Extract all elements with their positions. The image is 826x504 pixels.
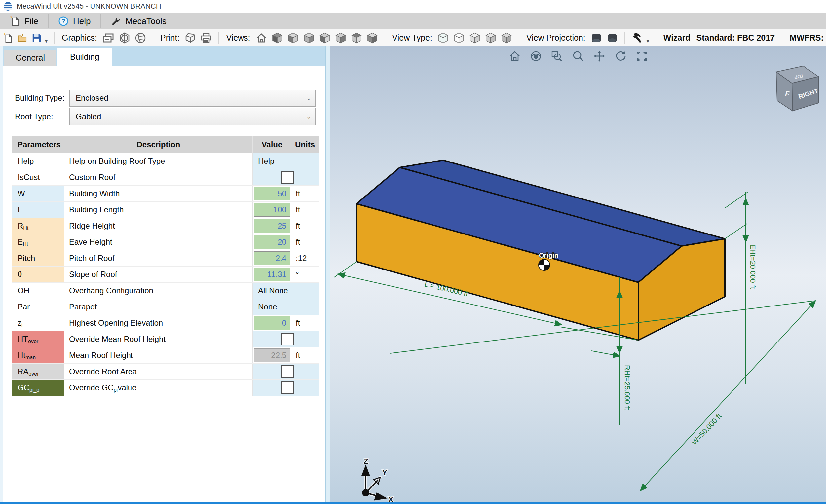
tab-general[interactable]: General bbox=[4, 50, 57, 66]
save-dropdown-caret[interactable]: ▾ bbox=[45, 38, 48, 44]
wire-sphere-icon bbox=[119, 33, 130, 44]
viewport-zoom-button[interactable] bbox=[572, 50, 585, 62]
open-file-button[interactable] bbox=[16, 33, 28, 43]
param-subscript: pi_o bbox=[30, 387, 39, 393]
projection-perspective-button[interactable] bbox=[606, 32, 618, 44]
view-type-rendered-button[interactable] bbox=[500, 32, 513, 44]
table-row-l: L Building Length 100 ft bbox=[11, 202, 319, 218]
custom-roof-checkbox[interactable] bbox=[281, 171, 294, 184]
menu-file[interactable]: * File bbox=[0, 13, 48, 29]
description-label: Building Width bbox=[69, 189, 120, 198]
parapet-cell[interactable]: None bbox=[253, 299, 319, 315]
viewport-home-button[interactable] bbox=[509, 50, 521, 62]
help-action-label: Help bbox=[258, 156, 274, 166]
roof-slope-input[interactable]: 11.31 bbox=[254, 267, 290, 281]
toolbar-separator bbox=[782, 32, 782, 44]
graphics-3d-view-button[interactable] bbox=[118, 32, 131, 44]
chevron-down-icon: ⌄ bbox=[306, 113, 311, 120]
view-top-button[interactable] bbox=[350, 32, 363, 44]
main-toolbar: * ▾ Graphics: bbox=[0, 29, 826, 47]
highest-opening-input[interactable]: 0 bbox=[254, 316, 290, 330]
top-view-cube-icon bbox=[351, 33, 362, 44]
graphics-render-button[interactable] bbox=[134, 32, 147, 44]
print-3d-button[interactable] bbox=[184, 32, 196, 44]
table-row-rht: RHt Ridge Height 25 ft bbox=[11, 218, 319, 234]
help-action-cell[interactable]: Help bbox=[253, 153, 319, 169]
building-type-value: Enclosed bbox=[76, 93, 108, 103]
table-row-htman: Htman Mean Roof Height 22.5 ft bbox=[11, 348, 319, 364]
description-label: Pitch of Roof bbox=[69, 254, 114, 263]
override-roof-area-checkbox[interactable] bbox=[281, 365, 294, 378]
viewport-zoom-window-button[interactable] bbox=[551, 50, 563, 62]
view-home-button[interactable] bbox=[255, 32, 268, 44]
building-type-select[interactable]: Enclosed ⌄ bbox=[69, 89, 315, 107]
menu-help[interactable]: ? Help bbox=[49, 13, 101, 29]
new-file-button[interactable]: * bbox=[3, 33, 13, 44]
hammer-dropdown-caret[interactable]: ▾ bbox=[647, 38, 649, 44]
viewport-view-button[interactable] bbox=[530, 50, 542, 62]
new-file-icon: * bbox=[10, 16, 20, 26]
param-label: θ bbox=[17, 270, 22, 279]
ridge-height-input[interactable]: 25 bbox=[254, 219, 290, 233]
table-row-zi: zi Highest Opening Elevation 0 ft bbox=[11, 315, 319, 331]
header-parameters: Parameters bbox=[11, 136, 64, 153]
scene-3d[interactable]: FRONT RIGHT TOP Origin bbox=[330, 46, 826, 502]
roof-pitch-input[interactable]: 2.4 bbox=[254, 251, 290, 265]
mwfrs-button[interactable]: MWFRS: Ch 27 Pt 1 bbox=[790, 33, 826, 43]
view-type-shaded2-button[interactable] bbox=[484, 32, 497, 44]
table-row-raover: RAover Override Roof Area bbox=[11, 364, 319, 380]
description-label: Parapet bbox=[69, 302, 97, 311]
building-tab-panel: Building Type: Enclosed ⌄ Roof Type: Gab… bbox=[3, 66, 326, 504]
viewport-fullscreen-button[interactable] bbox=[635, 50, 648, 62]
description-label: Building Length bbox=[69, 205, 124, 214]
standard-button[interactable]: Standard: FBC 2017 bbox=[697, 33, 775, 43]
wizard-button[interactable]: Wizard bbox=[663, 33, 691, 43]
param-label: z bbox=[17, 318, 21, 328]
view-type-wireframe-button[interactable] bbox=[437, 32, 449, 44]
eave-height-dimension-label: EHt=20.000 ft bbox=[749, 244, 757, 289]
header-description: Description bbox=[64, 136, 253, 153]
view-right-button[interactable] bbox=[334, 32, 347, 44]
description-label: Override Mean Roof Height bbox=[69, 334, 166, 344]
tab-building[interactable]: Building bbox=[57, 48, 112, 66]
param-subscript: i bbox=[21, 322, 23, 328]
bottom-view-cube-icon bbox=[367, 33, 378, 44]
param-label: W bbox=[17, 189, 25, 198]
description-label: Eave Height bbox=[69, 238, 112, 247]
print-button[interactable] bbox=[200, 32, 213, 44]
origin-label: Origin bbox=[539, 252, 558, 259]
view-type-shaded1-button[interactable] bbox=[469, 32, 481, 44]
override-mean-roof-height-checkbox[interactable] bbox=[281, 333, 294, 345]
menu-file-label: File bbox=[24, 16, 38, 26]
view-bottom-button[interactable] bbox=[366, 32, 378, 44]
view-back-button[interactable] bbox=[303, 32, 315, 44]
viewport-3d[interactable]: FRONT RIGHT TOP Origin bbox=[330, 46, 826, 504]
view-iso1-button[interactable] bbox=[271, 32, 284, 44]
menu-mecatools[interactable]: MecaTools bbox=[101, 13, 176, 29]
roof-type-select[interactable]: Gabled ⌄ bbox=[69, 108, 315, 125]
table-row-iscust: IsCust Custom Roof bbox=[11, 170, 319, 186]
building-length-input[interactable]: 100 bbox=[254, 203, 290, 217]
view-type-hidden-button[interactable] bbox=[453, 32, 465, 44]
help-icon: ? bbox=[58, 16, 68, 26]
graphics-windows-button[interactable] bbox=[102, 32, 115, 44]
building-width-input[interactable]: 50 bbox=[254, 187, 290, 200]
building-model[interactable] bbox=[356, 160, 725, 340]
view-left-button[interactable] bbox=[318, 32, 331, 44]
projection-parallel-button[interactable] bbox=[590, 32, 603, 44]
viewport-pan-button[interactable] bbox=[593, 50, 606, 62]
param-label: E bbox=[17, 238, 23, 247]
param-label: IsCust bbox=[17, 173, 40, 182]
overhang-config-cell[interactable]: All None bbox=[253, 283, 319, 299]
view-front-button[interactable] bbox=[287, 32, 299, 44]
description-label: Highest Opening Elevation bbox=[69, 318, 163, 328]
param-label: OH bbox=[17, 286, 30, 295]
tools-hammer-button[interactable] bbox=[631, 32, 643, 44]
viewport-rotate-button[interactable] bbox=[614, 50, 627, 62]
save-button[interactable] bbox=[31, 33, 42, 43]
eave-height-input[interactable]: 20 bbox=[254, 235, 290, 249]
override-gcpi-checkbox[interactable] bbox=[281, 381, 294, 394]
description-label: Slope of Roof bbox=[69, 270, 117, 279]
panel-splitter[interactable] bbox=[326, 46, 330, 504]
table-header-row: Parameters Description Value Units bbox=[11, 136, 319, 153]
